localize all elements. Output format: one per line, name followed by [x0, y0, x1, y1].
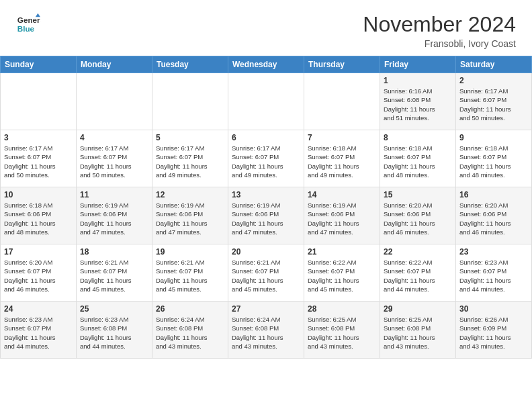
day-number: 4 [80, 133, 148, 142]
day-info: Sunrise: 6:18 AM Sunset: 6:07 PM Dayligh… [308, 144, 376, 179]
calendar-cell: 10Sunrise: 6:18 AM Sunset: 6:06 PM Dayli… [1, 187, 77, 244]
day-number: 11 [80, 190, 148, 199]
day-info: Sunrise: 6:17 AM Sunset: 6:07 PM Dayligh… [80, 144, 148, 179]
calendar-cell: 26Sunrise: 6:24 AM Sunset: 6:08 PM Dayli… [152, 302, 228, 359]
weekday-header-tuesday: Tuesday [152, 56, 228, 73]
calendar-cell: 16Sunrise: 6:20 AM Sunset: 6:06 PM Dayli… [456, 187, 532, 244]
calendar-week-4: 17Sunrise: 6:20 AM Sunset: 6:07 PM Dayli… [1, 244, 532, 302]
day-info: Sunrise: 6:23 AM Sunset: 6:07 PM Dayligh… [459, 258, 528, 293]
calendar-cell: 21Sunrise: 6:22 AM Sunset: 6:07 PM Dayli… [304, 244, 380, 302]
day-info: Sunrise: 6:19 AM Sunset: 6:06 PM Dayligh… [308, 201, 376, 236]
day-number: 17 [4, 247, 73, 257]
day-info: Sunrise: 6:20 AM Sunset: 6:06 PM Dayligh… [384, 201, 452, 236]
day-number: 2 [459, 76, 528, 85]
calendar-body: 1Sunrise: 6:16 AM Sunset: 6:08 PM Daylig… [1, 73, 532, 359]
day-info: Sunrise: 6:17 AM Sunset: 6:07 PM Dayligh… [4, 144, 73, 179]
logo: General Blue [16, 12, 40, 36]
calendar-header: SundayMondayTuesdayWednesdayThursdayFrid… [1, 56, 532, 73]
calendar-cell: 28Sunrise: 6:25 AM Sunset: 6:08 PM Dayli… [304, 302, 380, 359]
day-number: 18 [80, 247, 148, 257]
day-info: Sunrise: 6:21 AM Sunset: 6:07 PM Dayligh… [80, 258, 148, 293]
calendar-cell: 15Sunrise: 6:20 AM Sunset: 6:06 PM Dayli… [380, 187, 456, 244]
day-number: 7 [308, 133, 376, 142]
calendar-cell [1, 73, 77, 130]
calendar-week-5: 24Sunrise: 6:23 AM Sunset: 6:07 PM Dayli… [1, 302, 532, 359]
day-number: 23 [459, 247, 528, 257]
calendar-cell: 25Sunrise: 6:23 AM Sunset: 6:08 PM Dayli… [77, 302, 152, 359]
calendar-cell [228, 73, 304, 130]
calendar-cell: 4Sunrise: 6:17 AM Sunset: 6:07 PM Daylig… [77, 130, 152, 187]
day-number: 8 [384, 133, 452, 142]
calendar-cell: 17Sunrise: 6:20 AM Sunset: 6:07 PM Dayli… [1, 244, 77, 302]
calendar-cell: 7Sunrise: 6:18 AM Sunset: 6:07 PM Daylig… [304, 130, 380, 187]
day-info: Sunrise: 6:23 AM Sunset: 6:08 PM Dayligh… [80, 315, 148, 351]
day-number: 20 [232, 247, 300, 257]
weekday-header-sunday: Sunday [1, 56, 77, 73]
day-info: Sunrise: 6:21 AM Sunset: 6:07 PM Dayligh… [156, 258, 224, 293]
day-number: 28 [308, 304, 376, 314]
calendar-cell: 27Sunrise: 6:24 AM Sunset: 6:08 PM Dayli… [228, 302, 304, 359]
title-block: November 2024 Fransobli, Ivory Coast [363, 12, 516, 49]
day-number: 9 [459, 133, 528, 142]
day-info: Sunrise: 6:19 AM Sunset: 6:06 PM Dayligh… [232, 201, 300, 236]
day-number: 16 [459, 190, 528, 199]
calendar-cell: 2Sunrise: 6:17 AM Sunset: 6:07 PM Daylig… [456, 73, 532, 130]
day-info: Sunrise: 6:24 AM Sunset: 6:08 PM Dayligh… [232, 315, 300, 351]
calendar-cell: 23Sunrise: 6:23 AM Sunset: 6:07 PM Dayli… [456, 244, 532, 302]
calendar-cell: 5Sunrise: 6:17 AM Sunset: 6:07 PM Daylig… [152, 130, 228, 187]
day-number: 19 [156, 247, 224, 257]
day-info: Sunrise: 6:16 AM Sunset: 6:08 PM Dayligh… [384, 87, 452, 122]
calendar-cell: 12Sunrise: 6:19 AM Sunset: 6:06 PM Dayli… [152, 187, 228, 244]
calendar-cell: 8Sunrise: 6:18 AM Sunset: 6:07 PM Daylig… [380, 130, 456, 187]
day-info: Sunrise: 6:18 AM Sunset: 6:07 PM Dayligh… [384, 144, 452, 179]
calendar-cell: 11Sunrise: 6:19 AM Sunset: 6:06 PM Dayli… [77, 187, 152, 244]
weekday-header-thursday: Thursday [304, 56, 380, 73]
day-number: 29 [384, 304, 452, 314]
weekday-header-wednesday: Wednesday [228, 56, 304, 73]
day-info: Sunrise: 6:17 AM Sunset: 6:07 PM Dayligh… [232, 144, 300, 179]
day-info: Sunrise: 6:20 AM Sunset: 6:06 PM Dayligh… [459, 201, 528, 236]
calendar-cell: 14Sunrise: 6:19 AM Sunset: 6:06 PM Dayli… [304, 187, 380, 244]
calendar-cell: 20Sunrise: 6:21 AM Sunset: 6:07 PM Dayli… [228, 244, 304, 302]
calendar-cell: 3Sunrise: 6:17 AM Sunset: 6:07 PM Daylig… [1, 130, 77, 187]
day-number: 12 [156, 190, 224, 199]
calendar-cell: 19Sunrise: 6:21 AM Sunset: 6:07 PM Dayli… [152, 244, 228, 302]
calendar-cell: 30Sunrise: 6:26 AM Sunset: 6:09 PM Dayli… [456, 302, 532, 359]
month-title: November 2024 [363, 12, 516, 37]
calendar-cell: 13Sunrise: 6:19 AM Sunset: 6:06 PM Dayli… [228, 187, 304, 244]
calendar-cell: 9Sunrise: 6:18 AM Sunset: 6:07 PM Daylig… [456, 130, 532, 187]
day-info: Sunrise: 6:25 AM Sunset: 6:08 PM Dayligh… [308, 315, 376, 351]
day-info: Sunrise: 6:19 AM Sunset: 6:06 PM Dayligh… [80, 201, 148, 236]
day-info: Sunrise: 6:23 AM Sunset: 6:07 PM Dayligh… [4, 315, 73, 351]
day-info: Sunrise: 6:18 AM Sunset: 6:07 PM Dayligh… [459, 144, 528, 179]
day-info: Sunrise: 6:18 AM Sunset: 6:06 PM Dayligh… [4, 201, 73, 236]
calendar-cell: 18Sunrise: 6:21 AM Sunset: 6:07 PM Dayli… [77, 244, 152, 302]
day-info: Sunrise: 6:22 AM Sunset: 6:07 PM Dayligh… [308, 258, 376, 293]
day-info: Sunrise: 6:17 AM Sunset: 6:07 PM Dayligh… [156, 144, 224, 179]
calendar-cell: 29Sunrise: 6:25 AM Sunset: 6:08 PM Dayli… [380, 302, 456, 359]
weekday-header-friday: Friday [380, 56, 456, 73]
calendar-cell: 24Sunrise: 6:23 AM Sunset: 6:07 PM Dayli… [1, 302, 77, 359]
calendar-week-2: 3Sunrise: 6:17 AM Sunset: 6:07 PM Daylig… [1, 130, 532, 187]
day-info: Sunrise: 6:21 AM Sunset: 6:07 PM Dayligh… [232, 258, 300, 293]
calendar-week-1: 1Sunrise: 6:16 AM Sunset: 6:08 PM Daylig… [1, 73, 532, 130]
logo-icon: General Blue [16, 12, 40, 36]
day-number: 5 [156, 133, 224, 142]
day-number: 6 [232, 133, 300, 142]
day-number: 22 [384, 247, 452, 257]
day-number: 1 [384, 76, 452, 85]
day-info: Sunrise: 6:22 AM Sunset: 6:07 PM Dayligh… [384, 258, 452, 293]
day-number: 24 [4, 304, 73, 314]
day-info: Sunrise: 6:24 AM Sunset: 6:08 PM Dayligh… [156, 315, 224, 351]
day-info: Sunrise: 6:26 AM Sunset: 6:09 PM Dayligh… [459, 315, 528, 351]
weekday-header-row: SundayMondayTuesdayWednesdayThursdayFrid… [1, 56, 532, 73]
day-number: 27 [232, 304, 300, 314]
day-info: Sunrise: 6:25 AM Sunset: 6:08 PM Dayligh… [384, 315, 452, 351]
day-number: 14 [308, 190, 376, 199]
calendar-cell [77, 73, 152, 130]
day-number: 26 [156, 304, 224, 314]
day-number: 10 [4, 190, 73, 199]
day-info: Sunrise: 6:19 AM Sunset: 6:06 PM Dayligh… [156, 201, 224, 236]
day-number: 13 [232, 190, 300, 199]
day-number: 21 [308, 247, 376, 257]
